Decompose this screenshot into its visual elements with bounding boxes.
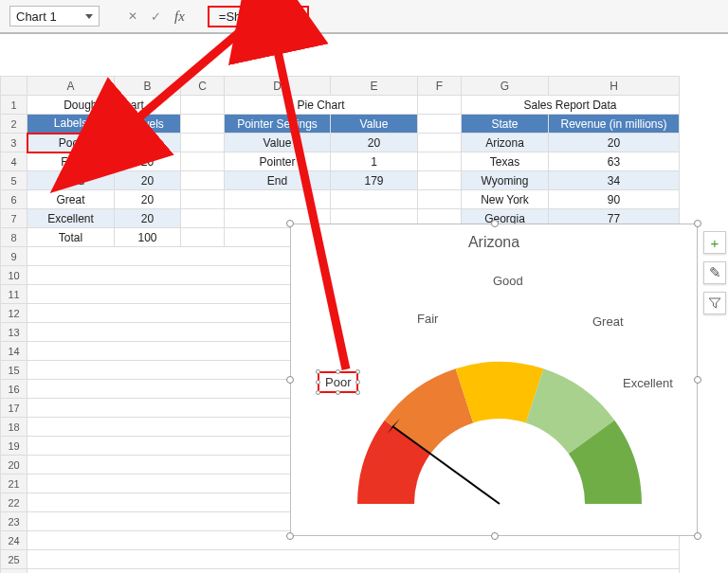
row-header-13[interactable]: 13: [1, 323, 27, 342]
row-header-11[interactable]: 11: [1, 285, 27, 304]
row-header-14[interactable]: 14: [1, 342, 27, 361]
cell-F2[interactable]: [418, 115, 462, 134]
resize-handle-sw[interactable]: [286, 532, 294, 540]
cell-C1[interactable]: [181, 96, 225, 115]
name-box[interactable]: Chart 1: [9, 6, 100, 27]
col-header-A[interactable]: A: [27, 77, 115, 96]
row-header-20[interactable]: 20: [1, 456, 27, 475]
formula-input[interactable]: =Sheet1!$A$3: [208, 6, 309, 27]
row-header-8[interactable]: 8: [1, 228, 27, 247]
cell-D4[interactable]: Pointer: [225, 152, 331, 171]
cancel-icon[interactable]: [128, 9, 137, 23]
cell-row-25[interactable]: [27, 550, 680, 569]
cell-A2[interactable]: Labels: [27, 115, 115, 134]
resize-handle-w[interactable]: [286, 376, 294, 384]
row-header-6[interactable]: 6: [1, 190, 27, 209]
col-header-C[interactable]: C: [181, 77, 225, 96]
gauge-label-poor-selected[interactable]: Poor: [318, 371, 358, 393]
cell-C7[interactable]: [181, 209, 225, 228]
resize-handle-n[interactable]: [491, 220, 499, 227]
row-header-21[interactable]: 21: [1, 475, 27, 493]
cell-A5[interactable]: Good: [27, 171, 115, 190]
cell-B4[interactable]: 20: [115, 152, 181, 171]
cell-G3[interactable]: Arizona: [462, 134, 549, 152]
fx-icon[interactable]: fx: [174, 9, 185, 25]
cell-E2[interactable]: Value: [331, 115, 418, 134]
resize-handle-se[interactable]: [694, 532, 701, 540]
cell-H2[interactable]: Revenue (in millions): [549, 115, 680, 134]
row-header-15[interactable]: 15: [1, 361, 27, 380]
cell-G4[interactable]: Texas: [462, 152, 549, 171]
col-header-B[interactable]: B: [115, 77, 181, 96]
row-header-16[interactable]: 16: [1, 380, 27, 399]
cell-E4[interactable]: 1: [331, 152, 418, 171]
row-header-26[interactable]: 26: [1, 569, 27, 574]
cell-A6[interactable]: Great: [27, 190, 115, 209]
cell-E6[interactable]: [331, 190, 418, 209]
row-header-23[interactable]: 23: [1, 512, 27, 531]
cell-A4[interactable]: Fair: [27, 152, 115, 171]
cell-C5[interactable]: [181, 171, 225, 190]
cell-A1[interactable]: Doughnut Chart: [27, 96, 181, 115]
cell-C6[interactable]: [181, 190, 225, 209]
row-header-19[interactable]: 19: [1, 437, 27, 456]
cell-H4[interactable]: 63: [549, 152, 680, 171]
row-header-24[interactable]: 24: [1, 531, 27, 550]
row-header-9[interactable]: 9: [1, 247, 27, 266]
cell-D6[interactable]: [225, 190, 331, 209]
col-header-G[interactable]: G: [462, 77, 549, 96]
cell-D5[interactable]: End: [225, 171, 331, 190]
chart-plus-button[interactable]: +: [703, 231, 726, 254]
cell-F4[interactable]: [418, 152, 462, 171]
cell-E5[interactable]: 179: [331, 171, 418, 190]
cell-A3[interactable]: Poor: [27, 134, 115, 152]
cell-C4[interactable]: [181, 152, 225, 171]
confirm-icon[interactable]: [151, 9, 161, 24]
row-header-18[interactable]: 18: [1, 418, 27, 437]
row-header-7[interactable]: 7: [1, 209, 27, 228]
row-header-5[interactable]: 5: [1, 171, 27, 190]
embedded-chart[interactable]: Arizona Fair Good: [290, 224, 698, 536]
col-header-E[interactable]: E: [331, 77, 418, 96]
cell-D1[interactable]: Pie Chart: [225, 96, 418, 115]
cell-F6[interactable]: [418, 190, 462, 209]
cell-F3[interactable]: [418, 134, 462, 152]
select-all-corner[interactable]: [1, 77, 27, 96]
cell-B6[interactable]: 20: [115, 190, 181, 209]
cell-C8[interactable]: [181, 228, 225, 247]
chart-title[interactable]: Arizona: [291, 234, 697, 251]
chevron-down-icon[interactable]: [85, 14, 93, 19]
col-header-H[interactable]: H: [549, 77, 680, 96]
cell-G1[interactable]: Sales Report Data: [462, 96, 680, 115]
cell-D2[interactable]: Pointer Settings: [225, 115, 331, 134]
cell-A7[interactable]: Excellent: [27, 209, 115, 228]
cell-B2[interactable]: Levels: [115, 115, 181, 134]
row-header-25[interactable]: 25: [1, 550, 27, 569]
row-header-22[interactable]: 22: [1, 493, 27, 512]
col-header-F[interactable]: F: [418, 77, 462, 96]
chart-brush-button[interactable]: ✎: [703, 261, 726, 284]
cell-C2[interactable]: [181, 115, 225, 134]
cell-B3[interactable]: 20: [115, 134, 181, 152]
cell-H3[interactable]: 20: [549, 134, 680, 152]
cell-F5[interactable]: [418, 171, 462, 190]
resize-handle-ne[interactable]: [694, 220, 701, 227]
cell-D3[interactable]: Value: [225, 134, 331, 152]
row-header-10[interactable]: 10: [1, 266, 27, 285]
row-header-4[interactable]: 4: [1, 152, 27, 171]
row-header-2[interactable]: 2: [1, 115, 27, 134]
row-header-3[interactable]: 3: [1, 134, 27, 152]
cell-G6[interactable]: New York: [462, 190, 549, 209]
cell-F1[interactable]: [418, 96, 462, 115]
chart-filter-button[interactable]: [703, 292, 726, 314]
row-header-1[interactable]: 1: [1, 96, 27, 115]
cell-B5[interactable]: 20: [115, 171, 181, 190]
cell-G2[interactable]: State: [462, 115, 549, 134]
cell-B7[interactable]: 20: [115, 209, 181, 228]
col-header-D[interactable]: D: [225, 77, 331, 96]
resize-handle-nw[interactable]: [286, 220, 294, 227]
cell-B8[interactable]: 100: [115, 228, 181, 247]
cell-G5[interactable]: Wyoming: [462, 171, 549, 190]
cell-A8[interactable]: Total: [27, 228, 115, 247]
cell-C3[interactable]: [181, 134, 225, 152]
